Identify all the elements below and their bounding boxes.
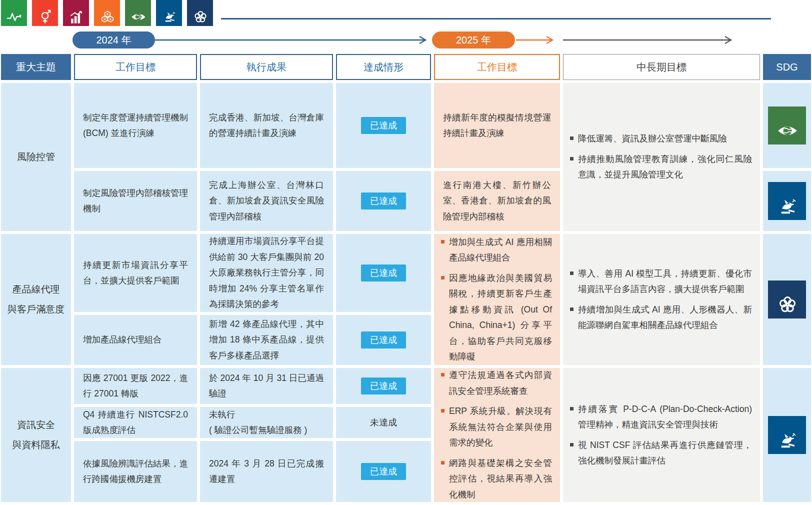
goal-2025-cell: 遵守法規通過各式內部資訊安全管理系統審查 ERP 系統升級。解決現有系統無法符合… [434, 368, 560, 502]
status-badge: 已達成 [361, 264, 406, 282]
header-midterm: 中長期目標 [563, 54, 760, 80]
midterm-cell: 導入、善用 AI 模型工具，持續更新、優化市場資訊平台多語言內容，擴大提供客戶範… [563, 234, 760, 365]
sdg5-label: 性別平等 [39, 2, 51, 6]
sdg3-number: 3 [3, 2, 7, 9]
goal-2024-cell: 依據風險辨識評估結果，進行跨國備援機房建置 [74, 441, 197, 502]
sdg-cell: 16和平與正義制度 [763, 171, 811, 231]
midterm-item: 視 NIST CSF 評估結果再進行供應鏈管理，強化機制發展計畫評估 [570, 438, 752, 469]
gender-equality-icon [38, 9, 54, 25]
report-page: 3健康與福祉 5性別平等 8就業與經濟成長 9工業、創新基礎建設 13氣候行動 … [0, 0, 812, 505]
bullet-square-icon [441, 276, 444, 280]
sdg13-number: 13 [127, 2, 136, 9]
dove-gavel-icon [776, 196, 798, 219]
bullet-square-icon [570, 407, 574, 410]
header-theme: 重大主題 [1, 54, 71, 80]
sdg17-icon: 17全球夥伴 [187, 0, 213, 26]
result-cell: 完成香港、新加坡、台灣倉庫的營運持續計畫及演練 [200, 83, 333, 168]
header-sdg: SDG [763, 54, 811, 80]
divider-line [221, 18, 771, 20]
status-cell: 已達成 [336, 171, 431, 231]
sdg17-number: 17 [189, 2, 198, 9]
sdg16-number: 16 [158, 2, 166, 9]
status-cell: 已達成 [336, 234, 431, 312]
building-blocks-icon [100, 10, 116, 25]
partnership-rings-icon [192, 9, 208, 25]
timeline: 2024 年 2025 年 [0, 29, 812, 52]
heartbeat-icon [6, 9, 22, 25]
status-text: 未達成 [370, 416, 397, 428]
status-cell: 未達成 [336, 407, 431, 438]
result-cell: 新增 42 條產品線代理，其中增加 18 條中系產品線，提供客戶多樣產品選擇 [200, 315, 333, 365]
sdg8-icon: 8就業與經濟成長 [63, 0, 89, 26]
result-cell: 完成上海辦公室、台灣林口倉、新加坡倉及資訊安全風險管理內部稽核 [200, 171, 333, 231]
status-badge: 已達成 [361, 117, 406, 134]
header-goal-2024: 工作目標 [74, 54, 197, 80]
result-cell: 未執行( 驗證公司暫無驗證服務 ) [200, 407, 333, 438]
sdg-strip: 3健康與福祉 5性別平等 8就業與經濟成長 9工業、創新基礎建設 13氣候行動 … [0, 0, 812, 29]
midterm-item: 持續推動風險管理教育訓練，強化同仁風險意識，並提升風險管理文化 [570, 152, 752, 183]
sdg17-label: 全球夥伴 [198, 2, 210, 6]
sdg8-label: 就業與經濟成長 [70, 2, 88, 10]
sdg16-icon: 16和平與正義制度 [768, 416, 806, 454]
sdg8-number: 8 [65, 2, 69, 9]
dove-gavel-icon [162, 10, 178, 25]
bullet-square-icon [570, 308, 574, 311]
sdg13-icon: 13氣候行動 [125, 0, 151, 26]
timeline-2025-pill: 2025 年 [432, 32, 515, 48]
goal-2025-cell: 進行南港大樓、新竹辦公室、香港倉、新加坡倉的風險管理內部稽核 [434, 171, 560, 231]
goal-2024-cell: 因應 27001 更版 2022，進行 27001 轉版 [74, 368, 197, 404]
theme-info-security: 資訊安全 與資料隱私 [1, 368, 71, 502]
sdg-cell: 16和平與正義制度 [763, 368, 811, 502]
goals-table: 重大主題 工作目標 執行成果 達成情形 工作目標 中長期目標 SDG 風險控管 … [1, 54, 811, 502]
goal-2024-cell: 制定風險管理內部稽核管理機制 [74, 171, 197, 231]
sdg9-number: 9 [96, 2, 100, 9]
midterm-cell: 降低運籌、資訊及辦公室營運中斷風險 持續推動風險管理教育訓練，強化同仁風險意識，… [563, 83, 760, 231]
eye-globe-icon [130, 9, 146, 25]
sdg17-icon: 17全球夥伴 [768, 280, 806, 318]
goal-2025-cell: 增加與生成式 AI 應用相關產品線代理組合 因應地緣政治與美國貿易關稅，持續更新… [434, 234, 560, 365]
goal-2025-item: 遵守法規通過各式內部資訊安全管理系統審查 [441, 368, 552, 399]
goal-2025-item: 因應地緣政治與美國貿易關稅，持續更新客戶生產據點移動資訊 (Out Of Chi… [441, 270, 552, 365]
status-badge: 已達成 [361, 463, 406, 480]
header-goal-2025: 工作目標 [434, 54, 560, 80]
result-cell: 持續運用市場資訊分享平台提供給前 30 大客戶集團與前 20 大原廠業務執行主管… [200, 234, 333, 312]
sdg-cell: 13氣候行動 [763, 83, 811, 168]
status-badge: 已達成 [361, 378, 406, 394]
sdg13-label: 氣候行動 [136, 2, 148, 6]
bullet-square-icon [441, 461, 444, 464]
goal-2024-cell: Q4 持續進行 NISTCSF2.0 版成熟度評估 [74, 407, 197, 438]
sdg16-icon: 16和平與正義制度 [156, 0, 182, 26]
midterm-item: 持續落實 P-D-C-A (Plan-Do-Check-Action) 管理精神… [570, 402, 752, 433]
header-result: 執行成果 [200, 54, 333, 80]
goal-2025-item: ERP 系統升級。解決現有系統無法符合企業與使用需求的變化 [441, 404, 552, 451]
goal-2024-cell: 制定年度營運持續管理機制 (BCM) 並進行演練 [74, 83, 197, 168]
bullet-square-icon [570, 157, 574, 160]
sdg9-label: 工業、創新基礎建設 [101, 2, 118, 10]
bullet-square-icon [441, 373, 444, 376]
midterm-item: 降低運籌、資訊及辦公室營運中斷風險 [570, 131, 752, 147]
sdg3-icon: 3健康與福祉 [1, 0, 27, 26]
partnership-rings-icon [776, 292, 798, 317]
goal-2025-item: 增加與生成式 AI 應用相關產品線代理組合 [441, 234, 552, 266]
sdg-cell: 17全球夥伴 [763, 234, 811, 365]
bullet-square-icon [441, 240, 444, 244]
sdg3-label: 健康與福祉 [8, 2, 23, 6]
status-cell: 已達成 [336, 315, 431, 365]
theme-product-lines: 產品線代理 與客戶滿意度 [1, 234, 71, 365]
goal-2025-item: 網路與基礎架構之安全管控評估，視結果再導入強化機制 [441, 456, 552, 503]
sdg13-icon: 13氣候行動 [768, 106, 806, 144]
eye-globe-icon [776, 118, 798, 143]
status-badge: 已達成 [361, 332, 406, 348]
status-cell: 已達成 [336, 368, 431, 404]
sdg16-icon: 16和平與正義制度 [768, 182, 806, 220]
bullet-square-icon [441, 409, 444, 412]
goal-2025-cell: 持續新年度的模擬情境營運持續計畫及演練 [434, 83, 560, 168]
sdg9-icon: 9工業、創新基礎建設 [94, 0, 120, 26]
theme-risk-control: 風險控管 [1, 83, 71, 231]
goal-2024-cell: 增加產品線代理組合 [74, 315, 197, 365]
bullet-square-icon [570, 136, 574, 140]
status-cell: 已達成 [336, 441, 431, 502]
sdg5-number: 5 [34, 2, 38, 9]
midterm-item: 持續增加與生成式 AI 應用、人形機器人、新能源聯網自駕車相關產品線代理組合 [570, 302, 752, 334]
dove-gavel-icon [776, 430, 798, 453]
